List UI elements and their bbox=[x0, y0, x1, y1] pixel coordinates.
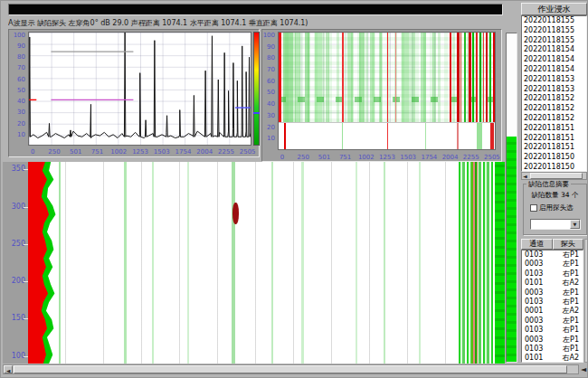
cell-probe: 右A2 bbox=[551, 279, 583, 288]
bscan-stripe bbox=[464, 33, 466, 122]
sidebar-vertical-scrollbar[interactable] bbox=[584, 239, 588, 363]
bscan-panel: 100908070605040302010 025050175110021253… bbox=[261, 29, 502, 162]
x-tick-label: 2255 bbox=[218, 148, 234, 156]
x-tick-label: 1253 bbox=[379, 154, 395, 161]
waterfall-stripe bbox=[419, 162, 421, 364]
x-tick-label: 2255 bbox=[463, 154, 479, 161]
sidebar-header-button[interactable]: 作业浸水 bbox=[521, 3, 587, 15]
y-tick-label: 50 bbox=[17, 87, 25, 93]
defect-table-header: 通道 探头 bbox=[521, 239, 583, 250]
defect-table-row[interactable]: 0003左P1 bbox=[522, 317, 583, 326]
defect-table-row[interactable]: 0101右A2 bbox=[522, 279, 583, 288]
job-list-item[interactable]: 20220118153 bbox=[522, 75, 586, 85]
waterfall-stripe bbox=[384, 162, 386, 364]
y-tick-label: 40 bbox=[267, 101, 275, 108]
y-tick-label: 10 bbox=[267, 136, 275, 142]
y-tick-label: 30 bbox=[17, 109, 25, 116]
scroll-left-arrow-icon[interactable]: ◄ bbox=[4, 365, 13, 373]
cell-probe: 左P1 bbox=[551, 260, 583, 269]
defect-table-row[interactable]: 0103右P1 bbox=[522, 345, 583, 354]
cell-probe: 左P1 bbox=[551, 288, 583, 298]
job-list-item[interactable]: 20220118154 bbox=[522, 65, 586, 75]
horizontal-scrollbar-thumb[interactable] bbox=[14, 365, 567, 373]
bscan-bottom-stripe bbox=[477, 123, 482, 149]
horizontal-scrollbar[interactable]: ◄ bbox=[3, 364, 579, 374]
job-list-item[interactable]: 20220118155 bbox=[522, 36, 586, 46]
y-tick-label: 60 bbox=[17, 76, 25, 82]
cell-probe: 左P1 bbox=[551, 335, 583, 345]
waterfall-stripe bbox=[301, 162, 303, 364]
x-tick-label: 1002 bbox=[358, 154, 375, 161]
checkbox[interactable] bbox=[530, 204, 537, 212]
enable-probe-checkbox-row[interactable]: 启用探头选 bbox=[530, 203, 586, 213]
x-tick-label: 501 bbox=[318, 154, 330, 161]
y-tick-label: 80 bbox=[17, 54, 25, 61]
job-list-item[interactable]: 20220118150 bbox=[522, 153, 586, 163]
waterfall-plot[interactable] bbox=[28, 162, 496, 364]
job-scroll-left-icon[interactable]: ◄ bbox=[523, 173, 527, 179]
cell-channel: 0101 bbox=[522, 354, 551, 363]
right-defect-band bbox=[459, 162, 494, 364]
defect-table-row[interactable]: 0003左P1 bbox=[522, 260, 583, 269]
job-list-item[interactable]: 20220118151 bbox=[522, 124, 586, 134]
cell-probe: 右P1 bbox=[551, 250, 583, 260]
y-tick-label: 50 bbox=[267, 90, 275, 96]
table-scroll-left-icon[interactable]: ◄ bbox=[581, 365, 586, 373]
job-list-item[interactable]: 20220118153 bbox=[522, 85, 586, 95]
y-tick-label: 90 bbox=[267, 43, 275, 50]
cell-probe: 右P1 bbox=[551, 298, 583, 307]
defect-table-row[interactable]: 0003左P1 bbox=[522, 288, 583, 298]
bscan-stripe bbox=[315, 33, 322, 122]
job-list-scrollbar[interactable]: ◄ bbox=[521, 172, 587, 180]
ascan-panel: 100908070605040302010 025050175110021253… bbox=[8, 29, 260, 157]
y-tick-label: 70 bbox=[17, 65, 25, 71]
x-tick-label: 2004 bbox=[196, 148, 213, 156]
job-list-item[interactable]: 20220118151 bbox=[522, 143, 586, 153]
y-tick-label: 100 bbox=[14, 32, 25, 38]
job-list-item[interactable]: 20220118151 bbox=[522, 134, 586, 144]
y-tick-label: 20 bbox=[267, 124, 275, 130]
x-tick-label: 250 bbox=[48, 148, 60, 156]
y-tick-label: 70 bbox=[267, 66, 275, 72]
defect-table-row[interactable]: 0103右P1 bbox=[522, 250, 583, 260]
job-list-item[interactable]: 20220118150 bbox=[522, 163, 586, 172]
ascan-y-axis: 100908070605040302010 bbox=[9, 32, 27, 146]
job-list-item[interactable]: 20220118152 bbox=[522, 94, 586, 104]
job-list-item[interactable]: 20220118155 bbox=[522, 16, 586, 26]
defect-table-row[interactable]: 0103右P1 bbox=[522, 298, 583, 307]
job-list-item[interactable]: 20220118155 bbox=[522, 26, 586, 36]
bscan-bottom-stripe bbox=[387, 123, 388, 149]
job-list-item[interactable]: 20220118154 bbox=[522, 45, 586, 55]
job-list-scrollbar-thumb[interactable] bbox=[530, 173, 583, 179]
probe-dropdown[interactable]: ▼ bbox=[530, 219, 581, 230]
job-list-item[interactable]: 20220118152 bbox=[522, 114, 586, 124]
defect-table-row[interactable]: 0103右P1 bbox=[522, 326, 583, 335]
job-list-item[interactable]: 20220118152 bbox=[522, 104, 586, 114]
defect-table-row[interactable]: 0003左P1 bbox=[522, 335, 583, 345]
defect-table-row[interactable]: 0103右P1 bbox=[522, 269, 583, 279]
x-tick-label: 1503 bbox=[154, 148, 170, 156]
waterfall-stripe bbox=[59, 162, 61, 364]
defect-table-row[interactable]: 0001左A2 bbox=[522, 307, 583, 316]
defect-table-row[interactable]: 0101右A2 bbox=[522, 354, 583, 363]
y-tick-label: 30 bbox=[267, 112, 275, 118]
bscan-bottom-stripe bbox=[425, 123, 426, 149]
column-header-channel: 通道 bbox=[521, 239, 553, 250]
bscan-plot[interactable] bbox=[278, 32, 496, 150]
x-tick-label: 0 bbox=[31, 148, 34, 156]
defect-count-label: 缺陷数量 34 个 bbox=[524, 191, 586, 200]
bscan-stripe bbox=[359, 33, 365, 122]
job-list[interactable]: 2022011815520220118155202201181552022011… bbox=[521, 15, 587, 172]
ascan-plot[interactable] bbox=[28, 32, 251, 146]
dropdown-arrow-icon[interactable]: ▼ bbox=[570, 220, 580, 229]
cell-probe: 左P1 bbox=[551, 317, 583, 326]
job-list-item[interactable]: 20220118154 bbox=[522, 55, 586, 65]
waterfall-stripe bbox=[187, 162, 189, 364]
cell-channel: 0103 bbox=[522, 298, 551, 307]
bscan-bottom-band bbox=[279, 122, 495, 149]
scan-progress-indicator bbox=[506, 33, 517, 363]
defect-table-body[interactable]: 0103右P10003左P10103右P10101右A20003左P10103右… bbox=[521, 250, 583, 363]
x-tick-label: 1503 bbox=[400, 154, 416, 161]
x-tick-label: 2505 bbox=[484, 154, 500, 161]
bscan-stripe bbox=[347, 33, 353, 122]
